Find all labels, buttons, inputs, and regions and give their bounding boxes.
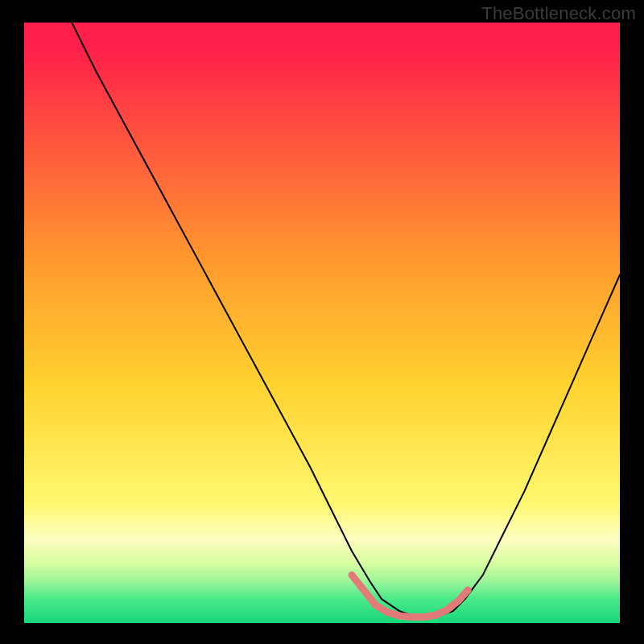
watermark: TheBottleneck.com [481, 3, 636, 24]
gradient-background [24, 23, 620, 623]
chart-frame: TheBottleneck.com [0, 0, 644, 644]
bottleneck-chart [0, 0, 644, 644]
